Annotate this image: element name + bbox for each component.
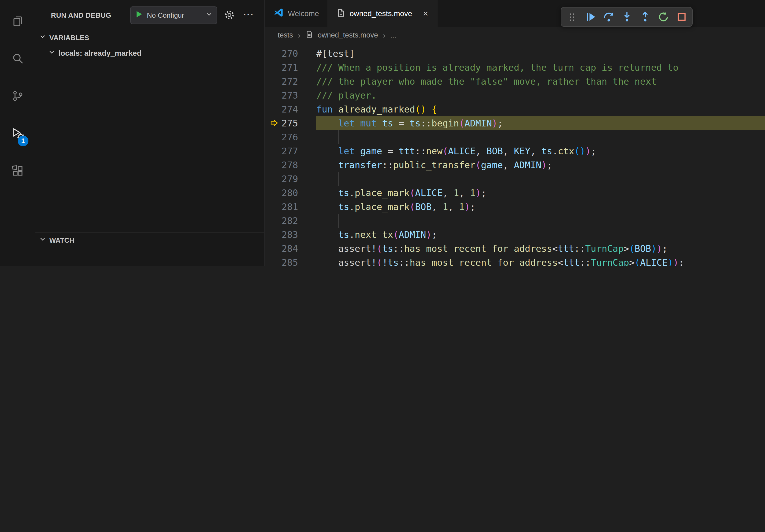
debug-config-dropdown[interactable]: No Configur <box>130 6 217 24</box>
code-token: mut <box>360 118 382 129</box>
code-token: TurnCap <box>591 257 629 266</box>
gutter[interactable]: 285 <box>265 256 316 266</box>
code-token: ) <box>541 160 547 170</box>
code-line-text[interactable]: /// the player who made the "false" move… <box>316 75 765 89</box>
gutter[interactable]: 274 <box>265 102 316 116</box>
code-token: :: <box>580 257 591 266</box>
code-line-text[interactable]: ts.next_tx(ADMIN); <box>316 228 765 242</box>
toolbar-drag-handle[interactable] <box>563 8 581 26</box>
gutter[interactable]: 272 <box>265 75 316 89</box>
code-line[interactable]: 276 <box>265 130 765 144</box>
code-line[interactable]: 277let game = ttt::new(ALICE, BOB, KEY, … <box>265 144 765 158</box>
code-line-text[interactable]: ts.place_mark(BOB, 1, 1); <box>316 200 765 214</box>
gutter[interactable]: 284 <box>265 242 316 256</box>
activity-item-explorer[interactable] <box>0 3 35 41</box>
code-line[interactable]: 274fun already_marked() { <box>265 102 765 116</box>
gutter[interactable]: 281 <box>265 200 316 214</box>
breadcrumb-folder[interactable]: tests <box>278 31 293 39</box>
activity-item-search[interactable] <box>0 41 35 78</box>
code-token: ( <box>377 243 382 254</box>
start-debug-icon[interactable] <box>135 10 143 20</box>
code-line[interactable]: 275let mut ts = ts::begin(ADMIN); <box>265 116 765 130</box>
variables-section-header[interactable]: VARIABLES <box>35 30 264 45</box>
code-token: /// the player who made the "false" move… <box>316 76 656 87</box>
gutter[interactable]: 271 <box>265 61 316 75</box>
code-line[interactable]: 278transfer::public_transfer(game, ADMIN… <box>265 158 765 172</box>
line-number: 277 <box>282 146 298 156</box>
code-line[interactable]: 282 <box>265 214 765 228</box>
gutter[interactable]: 277 <box>265 144 316 158</box>
breadcrumb: tests › owned_tests.move › ... <box>265 27 765 43</box>
code-token: ) <box>492 118 497 129</box>
gutter[interactable]: 275 <box>265 116 316 130</box>
watch-section-header[interactable]: WATCH <box>35 232 264 247</box>
code-line[interactable]: 281ts.place_mark(BOB, 1, 1); <box>265 200 765 214</box>
debug-settings-gear-icon[interactable] <box>223 8 237 22</box>
code-line[interactable]: 273/// player. <box>265 89 765 102</box>
code-token: fun <box>316 104 338 115</box>
continue-button[interactable] <box>581 8 599 26</box>
code-line-text[interactable] <box>316 214 765 228</box>
more-actions-icon[interactable]: ··· <box>242 8 256 22</box>
activity-item-extensions[interactable] <box>0 153 35 191</box>
code-line-text[interactable]: /// player. <box>316 89 765 102</box>
code-line[interactable]: 283ts.next_tx(ADMIN); <box>265 228 765 242</box>
code-line-text[interactable] <box>316 130 765 144</box>
debug-config-label: No Configur <box>147 11 202 19</box>
breadcrumb-symbol[interactable]: ... <box>390 31 396 39</box>
breadcrumb-file[interactable]: owned_tests.move <box>318 31 378 39</box>
code-line-text[interactable]: ts.place_mark(ALICE, 1, 1); <box>316 186 765 200</box>
restart-button[interactable] <box>654 8 672 26</box>
code-token: :: <box>415 146 426 156</box>
tab-welcome[interactable]: Welcome <box>265 0 328 27</box>
step-over-button[interactable] <box>599 8 618 26</box>
activity-item-run-and-debug[interactable]: 1 <box>0 116 35 153</box>
code-line-text[interactable]: assert!(ts::has_most_recent_for_address<… <box>316 242 765 256</box>
code-line-text[interactable]: fun already_marked() { <box>316 102 765 116</box>
code-line[interactable]: 271/// When a position is already marked… <box>265 61 765 75</box>
close-icon[interactable]: × <box>423 9 428 18</box>
code-token: ) <box>420 104 426 115</box>
gutter[interactable]: 282 <box>265 214 316 228</box>
indent-guide <box>316 186 338 200</box>
gutter[interactable]: 276 <box>265 130 316 144</box>
gutter[interactable]: 279 <box>265 172 316 186</box>
code-line-text[interactable]: #[test] <box>316 47 765 61</box>
code-token: ts <box>338 187 349 198</box>
code-line[interactable]: 284assert!(ts::has_most_recent_for_addre… <box>265 242 765 256</box>
step-out-button[interactable] <box>636 8 654 26</box>
code-line[interactable]: 285assert!(!ts::has_most_recent_for_addr… <box>265 256 765 266</box>
code-line[interactable]: 272/// the player who made the "false" m… <box>265 75 765 89</box>
code-line[interactable]: 279 <box>265 172 765 186</box>
code-line[interactable]: 270#[test] <box>265 47 765 61</box>
code-line-text[interactable]: assert!(!ts::has_most_recent_for_address… <box>316 256 765 266</box>
code-token: ts <box>387 257 398 266</box>
code-area[interactable]: 270#[test]271/// When a position is alre… <box>265 43 765 266</box>
activity-item-source-control[interactable] <box>0 78 35 116</box>
code-line[interactable]: 280ts.place_mark(ALICE, 1, 1); <box>265 186 765 200</box>
gutter[interactable]: 273 <box>265 89 316 102</box>
code-line-text[interactable]: let game = ttt::new(ALICE, BOB, KEY, ts.… <box>316 144 765 158</box>
code-line-text[interactable]: let mut ts = ts::begin(ADMIN); <box>316 116 765 130</box>
code-token: TurnCap <box>585 243 623 254</box>
code-token: assert! <box>338 257 377 266</box>
code-token: { <box>431 104 437 115</box>
stop-button[interactable] <box>672 8 690 26</box>
code-line-text[interactable]: transfer::public_transfer(game, ADMIN); <box>316 158 765 172</box>
code-token: ( <box>409 187 415 198</box>
code-token: ts <box>382 118 393 129</box>
step-into-button[interactable] <box>618 8 636 26</box>
gutter[interactable]: 278 <box>265 158 316 172</box>
gutter[interactable]: 283 <box>265 228 316 242</box>
file-icon <box>337 8 345 19</box>
gutter[interactable]: 270 <box>265 47 316 61</box>
code-line-text[interactable]: /// When a position is already marked, t… <box>316 61 765 75</box>
code-token: transfer <box>338 160 382 170</box>
code-line-text[interactable] <box>316 172 765 186</box>
variables-scope-locals[interactable]: locals: already_marked <box>35 45 264 61</box>
variables-section-label: VARIABLES <box>49 34 89 42</box>
indent-guide <box>316 228 338 242</box>
tab-owned-tests-move[interactable]: owned_tests.move × <box>328 0 437 27</box>
tab-label: Welcome <box>288 9 319 18</box>
gutter[interactable]: 280 <box>265 186 316 200</box>
